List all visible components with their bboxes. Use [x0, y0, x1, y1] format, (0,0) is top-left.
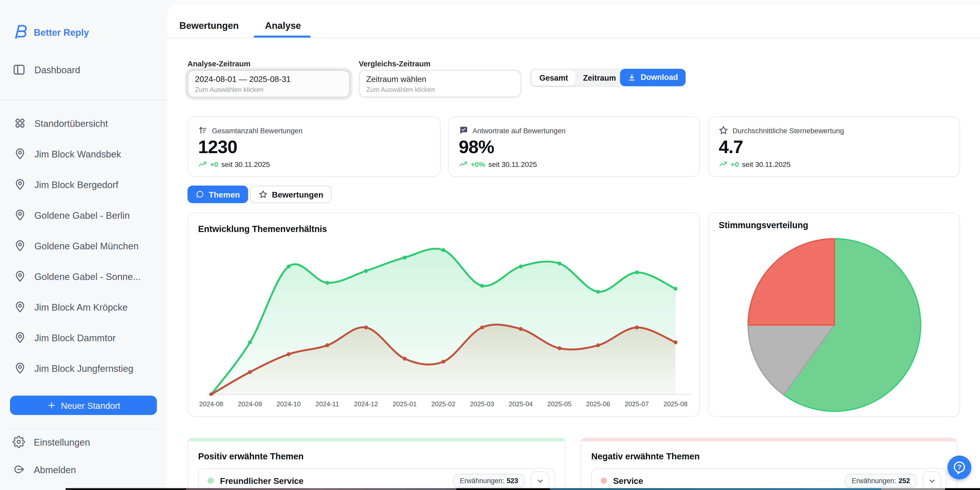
stat-title: Durchschnittliche Sternebewertung — [732, 127, 844, 134]
sidebar-item-jim-block-bergedorf[interactable]: Jim Block Bergedorf — [14, 178, 118, 191]
bottom-edge-strip — [550, 488, 881, 490]
help-bubble-icon: ? — [952, 460, 967, 475]
sidebar-item-label: Goldene Gabel - Berlin — [35, 210, 130, 221]
sidebar-item-label: Jim Block Bergedorf — [35, 179, 118, 190]
bottom-edge-strip — [186, 488, 456, 490]
sidebar-item-label: Goldene Gabel - Sonne... — [35, 271, 141, 282]
logo-text: Better Reply — [34, 27, 89, 37]
sidebar-item-goldene-gabel-sonne-[interactable]: Goldene Gabel - Sonne... — [14, 270, 141, 283]
stat-card-response-rate: Antwortrate auf Bewertungen 98% +0% seit… — [448, 116, 700, 177]
bottom-edge-strip — [881, 488, 945, 490]
chat-bubble-icon — [196, 190, 204, 199]
topic-name: Service — [613, 476, 845, 485]
pin-icon — [14, 239, 26, 252]
sidebar-item-goldene-gabel-münchen[interactable]: Goldene Gabel München — [14, 239, 138, 252]
x-tick-label: 2025-02 — [431, 400, 455, 407]
tab-analyse[interactable]: Analyse — [265, 20, 301, 30]
topic-row-positive: Freundlicher Service Erwähnungen:523 — [198, 468, 555, 490]
sidebar-item-settings[interactable]: Einstellungen — [13, 436, 90, 448]
panel-left-icon — [13, 63, 25, 76]
sidebar: Better Reply Dashboard Standortübersicht… — [0, 0, 167, 490]
x-tick-label: 2024-11 — [315, 400, 339, 407]
sort-ascending-icon — [198, 126, 207, 135]
bottom-edge-strip — [456, 488, 550, 490]
negative-topics-title: Negativ erwähnte Themen — [591, 451, 700, 461]
pin-icon — [14, 209, 26, 221]
new-location-label: Neuer Standort — [61, 401, 121, 410]
x-tick-label: 2024-09 — [238, 400, 262, 407]
stat-value: 4.7 — [719, 137, 950, 158]
sentiment-pie-chart — [744, 234, 925, 415]
comparison-period-hint: Zum Auswählen klicken — [366, 86, 514, 93]
trending-up-icon — [198, 160, 207, 169]
bottom-edge-strip — [65, 488, 186, 490]
download-button[interactable]: Download — [620, 68, 685, 86]
analysis-period-input[interactable]: 2024-08-01 — 2025-08-31 Zum Auswählen kl… — [188, 70, 350, 97]
toggle-option-gesamt[interactable]: Gesamt — [532, 70, 576, 86]
comparison-period-label: Vergleichs-Zeitraum — [359, 59, 431, 68]
download-label: Download — [641, 73, 678, 82]
area-chart — [198, 240, 690, 396]
bewertungen-view-button[interactable]: Bewertungen — [250, 186, 332, 203]
themen-view-button[interactable]: Themen — [188, 186, 248, 203]
x-axis-labels: 2024-082024-092024-102024-112024-122025-… — [198, 400, 690, 409]
x-tick-label: 2024-08 — [199, 400, 223, 407]
bewertungen-label: Bewertungen — [272, 189, 323, 199]
sidebar-item-standortübersicht[interactable]: Standortübersicht — [14, 117, 108, 129]
sidebar-item-jim-block-am-kröpcke[interactable]: Jim Block Am Kröpcke — [14, 301, 127, 313]
pie-slice-negativ — [748, 239, 834, 325]
x-tick-label: 2025-06 — [586, 400, 610, 407]
chevron-down-icon — [536, 476, 544, 485]
stat-title: Antwortrate auf Bewertungen — [473, 127, 566, 134]
stat-delta: +0 — [210, 161, 218, 168]
logo-icon — [13, 24, 29, 40]
sidebar-item-jim-block-dammtor[interactable]: Jim Block Dammtor — [14, 331, 116, 344]
star-icon — [719, 126, 728, 135]
sidebar-item-dashboard[interactable]: Dashboard — [13, 63, 80, 76]
expand-topic-button[interactable] — [531, 471, 549, 490]
stat-delta: +0 — [731, 161, 739, 168]
help-button[interactable]: ? — [948, 455, 971, 479]
stat-value: 98% — [459, 137, 690, 158]
trending-up-icon — [719, 160, 727, 169]
pin-icon — [14, 362, 26, 374]
pin-icon — [14, 148, 26, 160]
trending-up-icon — [459, 160, 468, 169]
x-tick-label: 2024-10 — [277, 400, 301, 407]
sidebar-item-label: Goldene Gabel München — [35, 240, 138, 251]
sidebar-item-logout[interactable]: Abmelden — [13, 463, 76, 476]
sidebar-divider-bottom — [10, 429, 157, 429]
x-tick-label: 2024-12 — [354, 400, 378, 407]
topic-row-negative: Service Erwähnungen:252 — [591, 468, 947, 490]
download-icon — [628, 73, 636, 82]
negative-dot-icon — [600, 477, 607, 484]
x-tick-label: 2025-08 — [663, 400, 687, 407]
x-tick-label: 2025-04 — [509, 400, 533, 407]
comparison-period-input[interactable]: Zeitraum wählen Zum Auswählen klicken — [359, 70, 522, 97]
area-chart-title: Entwicklung Themenverhältnis — [198, 224, 327, 234]
tab-divider — [167, 38, 980, 38]
negative-accent-strip — [581, 438, 957, 441]
themen-label: Themen — [209, 189, 240, 199]
app-logo[interactable]: Better Reply — [13, 24, 89, 40]
sentiment-pie-card: Stimmungsverteilung — [708, 213, 960, 417]
analysis-period-hint: Zum Auswählen klicken — [195, 86, 342, 93]
toggle-option-zeitraum[interactable]: Zeitraum — [576, 70, 624, 86]
topic-name: Freundlicher Service — [220, 476, 453, 485]
positive-accent-strip — [188, 438, 565, 441]
sidebar-item-label: Jim Block Dammtor — [35, 332, 116, 343]
sidebar-item-jim-block-wandsbek[interactable]: Jim Block Wandsbek — [14, 148, 121, 160]
topic-trend-chart-card: Entwicklung Themenverhältnis 2024-082024… — [188, 213, 700, 417]
stat-card-total-reviews: Gesamtanzahl Bewertungen 1230 +0 seit 30… — [188, 116, 441, 177]
screen: Better Reply Dashboard Standortübersicht… — [0, 0, 980, 490]
analysis-period-value: 2024-08-01 — 2025-08-31 — [195, 74, 342, 84]
bottom-edge-strip — [945, 488, 980, 490]
expand-topic-button[interactable] — [923, 471, 941, 490]
sidebar-item-jim-block-jungfernstieg[interactable]: Jim Block Jungfernstieg — [14, 362, 134, 374]
tab-bewertungen[interactable]: Bewertungen — [180, 20, 239, 30]
logout-label: Abmelden — [34, 464, 76, 475]
sidebar-item-goldene-gabel-berlin[interactable]: Goldene Gabel - Berlin — [14, 209, 130, 221]
stat-value: 1230 — [198, 137, 430, 158]
new-location-button[interactable]: Neuer Standort — [10, 396, 157, 415]
stat-title: Gesamtanzahl Bewertungen — [212, 127, 302, 134]
